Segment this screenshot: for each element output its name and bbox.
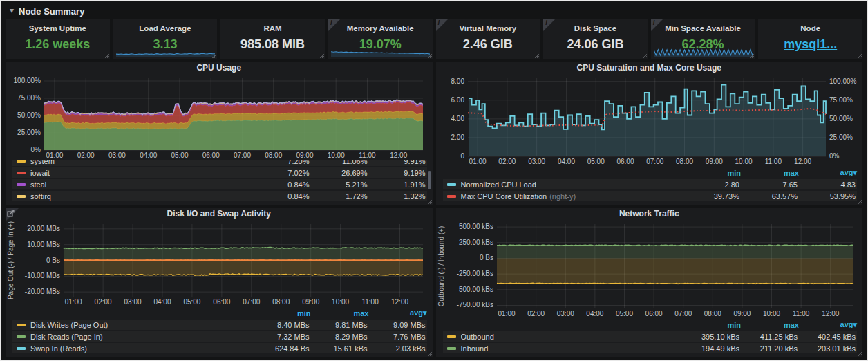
svg-text:08:00: 08:00 xyxy=(704,310,721,317)
resize-handle[interactable] xyxy=(642,53,647,58)
svg-text:05:00: 05:00 xyxy=(587,158,604,165)
stat-panel-load-average[interactable]: Load Average3.13 xyxy=(113,19,218,59)
info-icon[interactable]: i xyxy=(651,19,663,31)
svg-text:03:00: 03:00 xyxy=(556,310,574,317)
resize-handle[interactable] xyxy=(857,351,862,356)
svg-text:07:00: 07:00 xyxy=(234,151,251,159)
svg-text:06:00: 06:00 xyxy=(213,298,230,306)
svg-text:100.00%: 100.00% xyxy=(829,77,857,85)
stat-panel-disk-space[interactable]: iDisk Space24.06 GiB xyxy=(543,19,648,59)
legend: minmaxavg▾Normalized CPU Load2.807.654.8… xyxy=(436,167,863,205)
panel-cpu-saturation-and-max-core-usage: CPU Saturation and Max Core Usage02.004.… xyxy=(436,62,863,205)
legend-max-value: 5.21% xyxy=(310,180,368,189)
svg-text:03:00: 03:00 xyxy=(108,151,126,159)
legend-avg-value: 53.95% xyxy=(798,192,856,201)
svg-text:250.00 kBs: 250.00 kBs xyxy=(458,239,493,246)
series-label[interactable]: Disk Reads (Page In) xyxy=(30,333,252,341)
svg-text:12:00: 12:00 xyxy=(822,310,839,317)
svg-text:02:00: 02:00 xyxy=(527,310,545,317)
legend-sort-avg[interactable]: avg▾ xyxy=(799,320,857,329)
panel-disk-i-o-and-swap-activity: Disk I/O and Swap Activity20.00 MBs10.00… xyxy=(6,208,433,357)
legend-sort-max[interactable]: max xyxy=(311,309,369,317)
svg-text:02:00: 02:00 xyxy=(77,151,95,159)
legend-max-value: 15.61 kBs xyxy=(310,344,368,353)
chart-network-traffic[interactable]: 500.00 kBs250.00 kBs0 Bs-250.00 kBs-500.… xyxy=(436,220,863,319)
stat-panel-node[interactable]: Nodemysql1... xyxy=(758,19,862,59)
svg-text:06:00: 06:00 xyxy=(645,310,662,317)
resize-handle[interactable] xyxy=(319,53,324,58)
series-label[interactable]: softirq xyxy=(30,192,252,201)
panel-title[interactable]: CPU Usage xyxy=(6,62,433,74)
stat-value[interactable]: mysql1... xyxy=(758,37,862,52)
stat-panel-memory-available[interactable]: iMemory Available19.07% xyxy=(328,19,433,59)
svg-text:04:00: 04:00 xyxy=(586,310,603,317)
series-color-swatch xyxy=(17,324,26,326)
legend-scrollbar[interactable] xyxy=(428,171,431,189)
legend-sort-max[interactable]: max xyxy=(741,169,799,177)
panel-title[interactable]: Network Traffic xyxy=(436,208,863,220)
legend-sort-avg[interactable]: avg▾ xyxy=(369,308,427,317)
chart-disk-i-o-and-swap-activity[interactable]: 20.00 MBs10.00 MBs0 Bs-10.00 MBs-20.00 M… xyxy=(6,220,433,307)
stat-title: Memory Available xyxy=(328,24,433,33)
svg-text:0%: 0% xyxy=(31,146,41,154)
series-color-swatch xyxy=(17,335,26,338)
info-icon[interactable]: i xyxy=(543,19,555,31)
stat-value: 19.07% xyxy=(328,37,433,52)
legend: minmaxavg▾Outbound395.10 kBs411.25 kBs40… xyxy=(436,319,863,357)
stat-title: Virtual Memory xyxy=(436,24,540,33)
series-label[interactable]: Outbound xyxy=(461,333,682,341)
stat-panel-virtual-memory[interactable]: iVirtual Memory2.46 GiB xyxy=(436,19,540,59)
legend-sort-min[interactable]: min xyxy=(683,169,741,177)
stat-panel-ram[interactable]: RAM985.08 MiB xyxy=(220,19,325,59)
row-node-summary[interactable]: ▾ Node Summary xyxy=(6,3,862,19)
legend: system7.20%11.06%9.91%iowait7.02%26.69%9… xyxy=(6,160,433,205)
stat-panel-system-uptime[interactable]: System Uptime1.26 weeks xyxy=(6,19,110,59)
stats-row: System Uptime1.26 weeksLoad Average3.13R… xyxy=(6,19,862,59)
chart-cpu-usage[interactable]: 0%25.00%50.00%75.00%100.00%01:0002:0003:… xyxy=(6,74,433,160)
series-label[interactable]: Normalized CPU Load xyxy=(461,180,682,189)
dashboard: ▾ Node Summary System Uptime1.26 weeksLo… xyxy=(0,0,868,361)
legend-sort-max[interactable]: max xyxy=(741,321,799,329)
chart-cpu-saturation-and-max-core-usage[interactable]: 02.004.006.008.000%25.00%50.00%75.00%100… xyxy=(436,74,863,167)
resize-handle[interactable] xyxy=(534,53,539,58)
series-label[interactable]: Max CPU Core Utilization(right-y) xyxy=(461,192,682,201)
resize-handle[interactable] xyxy=(104,53,109,58)
panel-title[interactable]: CPU Saturation and Max Core Usage xyxy=(436,62,863,74)
panel-title[interactable]: Disk I/O and Swap Activity xyxy=(6,208,433,220)
legend-sort-min[interactable]: min xyxy=(683,321,741,329)
series-label[interactable]: steal xyxy=(30,180,252,189)
series-color-swatch xyxy=(447,195,456,198)
svg-text:500.00 kBs: 500.00 kBs xyxy=(458,223,493,230)
row-title: Node Summary xyxy=(19,6,84,17)
stat-panel-min-space-available[interactable]: iMin Space Available62.28% xyxy=(651,19,755,59)
legend-sort-min[interactable]: min xyxy=(253,309,311,317)
svg-text:05:00: 05:00 xyxy=(183,298,200,306)
legend-avg-value: 4.83 xyxy=(798,180,856,189)
legend-min-value: 395.10 kBs xyxy=(681,333,739,341)
graphs-grid: CPU Usage0%25.00%50.00%75.00%100.00%01:0… xyxy=(6,62,862,357)
svg-text:12:00: 12:00 xyxy=(391,298,408,306)
resize-handle[interactable] xyxy=(427,199,432,204)
series-label[interactable]: Inbound xyxy=(461,344,682,353)
stat-value: 3.13 xyxy=(113,37,218,52)
resize-handle[interactable] xyxy=(857,53,862,58)
stat-value: 2.46 GiB xyxy=(436,37,540,52)
info-icon[interactable]: i xyxy=(436,19,448,31)
svg-text:-250.00 kBs: -250.00 kBs xyxy=(456,270,493,277)
info-icon[interactable]: i xyxy=(328,19,340,31)
series-label[interactable]: iowait xyxy=(30,169,252,177)
series-label[interactable]: system xyxy=(30,160,252,165)
legend-sort-avg[interactable]: avg▾ xyxy=(799,168,857,177)
series-label[interactable]: Disk Writes (Page Out) xyxy=(30,321,252,329)
external-link-icon[interactable] xyxy=(6,208,19,221)
legend-min-value: 39.73% xyxy=(681,192,739,201)
svg-text:01:00: 01:00 xyxy=(46,151,63,159)
svg-text:12:00: 12:00 xyxy=(794,158,811,165)
resize-handle[interactable] xyxy=(857,199,862,204)
resize-handle[interactable] xyxy=(427,351,432,356)
legend-row-disk-writes-page-out: Disk Writes (Page Out)8.40 MBs9.81 MBs9.… xyxy=(12,320,427,330)
svg-text:09:00: 09:00 xyxy=(733,310,751,317)
series-label[interactable]: Swap In (Reads) xyxy=(30,344,252,353)
series-color-swatch xyxy=(447,347,456,350)
svg-text:0: 0 xyxy=(460,152,464,160)
